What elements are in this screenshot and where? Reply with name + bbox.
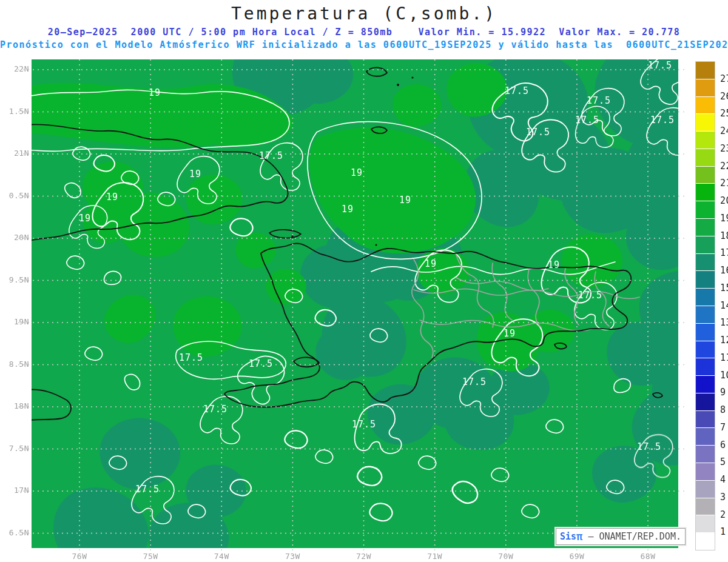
contour-value-label: 17.5 — [249, 358, 273, 369]
subtitle-model-run: Pronóstico con el Modelo Atmósferico WRF… — [0, 39, 728, 50]
colorbar-segment — [696, 480, 715, 498]
weather-map-page: Temperatura (C,somb.) 20–Sep–2025 2000 U… — [0, 0, 728, 562]
lat-tick-label: 1.5N — [1, 107, 29, 116]
contour-value-label: 19 — [504, 328, 516, 339]
lon-tick-label: 73W — [278, 552, 307, 561]
colorbar-value-label: 19 — [720, 213, 728, 224]
colorbar-segment — [696, 375, 715, 393]
contour-value-label: 19 — [79, 213, 91, 224]
contour-value-label: 17.5 — [587, 95, 611, 106]
colorbar-value-label: 21 — [720, 178, 728, 189]
colorbar-segment — [696, 96, 715, 114]
colorbar-value-label: 14 — [720, 300, 728, 311]
contour-value-label: 17.5 — [505, 85, 529, 96]
colorbar-value-label: 13 — [720, 317, 728, 328]
contour-value-label: 19 — [351, 167, 363, 178]
colorbar-segment — [696, 341, 715, 358]
colorbar-segment — [696, 306, 715, 323]
contour-value-label: 17.5 — [637, 441, 661, 452]
colorbar-segment — [696, 445, 715, 463]
map-plot-area: 1919191919191919191917.517.517.517.517.5… — [32, 59, 678, 548]
logo-sis-text: Sis — [560, 531, 576, 542]
contour-value-label: 19 — [106, 192, 118, 202]
colorbar-value-label: 20 — [720, 195, 728, 206]
lon-tick-label: 74W — [207, 552, 236, 561]
contour-value-label: 19 — [399, 195, 411, 206]
colorbar-value-label: 22 — [720, 161, 728, 172]
lat-tick-label: 0.5N — [1, 191, 29, 200]
colorbar-segment — [696, 463, 715, 480]
logo-agency-text: – ONAMET/REP.DOM. — [582, 531, 681, 542]
logo-pi-symbol: π — [576, 530, 582, 543]
contour-value-label: 17.5 — [179, 352, 203, 363]
colorbar-segment — [696, 393, 715, 410]
colorbar-segment — [696, 515, 715, 532]
colorbar-value-label: 1 — [720, 526, 726, 537]
contour-value-label: 17.5 — [648, 60, 672, 71]
temperature-colorbar — [695, 61, 715, 550]
contour-value-label: 19 — [189, 169, 201, 179]
contour-value-label: 17.5 — [578, 290, 602, 301]
colorbar-segment — [696, 498, 715, 515]
lon-tick-label: 68W — [633, 552, 662, 561]
page-title: Temperatura (C,somb.) — [0, 4, 728, 24]
colorbar-value-label: 2 — [720, 509, 726, 520]
colorbar-segment — [696, 183, 715, 201]
lon-tick-label: 69W — [562, 552, 592, 561]
lat-tick-label: 22N — [1, 64, 29, 73]
lat-tick-label: 17N — [1, 486, 29, 495]
contour-value-label: 17.5 — [352, 419, 376, 430]
colorbar-segment — [696, 532, 715, 550]
colorbar-value-label: 12 — [720, 335, 728, 346]
colorbar-segment — [696, 131, 715, 149]
colorbar-value-label: 10 — [720, 370, 728, 381]
colorbar-segment — [696, 270, 715, 288]
contour-value-label: 19 — [548, 259, 560, 270]
colorbar-segment — [696, 113, 715, 131]
contour-value-label: 17.5 — [575, 115, 599, 125]
onamet-logo-box: Sisπ – ONAMET/REP.DOM. — [556, 528, 686, 545]
lat-tick-label: 6.5N — [1, 528, 29, 537]
colorbar-segment — [696, 410, 715, 428]
contour-value-label: 17.5 — [650, 115, 675, 125]
contour-value-label: 19 — [425, 258, 437, 269]
lat-tick-label: 9.5N — [1, 275, 29, 284]
lon-tick-label: 76W — [65, 552, 94, 561]
contour-value-label: 17.5 — [526, 127, 550, 138]
lat-tick-label: 21N — [1, 149, 29, 158]
colorbar-value-label: 25 — [720, 108, 728, 119]
colorbar-segment — [696, 201, 715, 218]
colorbar-value-label: 24 — [720, 125, 728, 136]
colorbar-value-label: 26 — [720, 91, 728, 102]
colorbar-segment — [696, 427, 715, 445]
colorbar-segment — [696, 218, 715, 236]
colorbar-segment — [696, 236, 715, 253]
colorbar-value-label: 4 — [720, 474, 726, 485]
lat-tick-label: 8.5N — [1, 360, 29, 369]
colorbar-value-label: 7 — [720, 422, 726, 433]
lat-tick-label: 19N — [1, 317, 29, 326]
contour-value-label: 17.5 — [135, 484, 160, 495]
colorbar-value-label: 11 — [720, 352, 728, 363]
colorbar-segment — [696, 253, 715, 271]
colorbar-value-label: 23 — [720, 143, 728, 154]
colorbar-value-label: 5 — [720, 457, 726, 467]
colorbar-segment — [696, 79, 715, 96]
colorbar-value-label: 16 — [720, 265, 728, 276]
contour-value-label: 19 — [342, 204, 354, 215]
lon-tick-label: 71W — [420, 552, 450, 561]
contour-value-label: 17.5 — [203, 404, 228, 415]
contour-value-label: 17.5 — [462, 376, 487, 387]
colorbar-value-label: 6 — [720, 440, 726, 450]
colorbar-value-label: 9 — [720, 387, 726, 398]
lat-tick-label: 7.5N — [1, 444, 29, 453]
lon-tick-label: 70W — [491, 552, 521, 561]
colorbar-segment — [696, 149, 715, 166]
colorbar-value-label: 17 — [720, 247, 728, 258]
contour-value-label: 19 — [149, 87, 161, 98]
colorbar-segment — [696, 166, 715, 184]
contour-value-label: 17.5 — [259, 150, 283, 161]
subtitle-valid-time: 20–Sep–2025 2000 UTC / 5:00 pm Hora Loca… — [0, 27, 728, 38]
lon-tick-label: 72W — [349, 552, 379, 561]
lat-tick-label: 20N — [1, 233, 29, 242]
